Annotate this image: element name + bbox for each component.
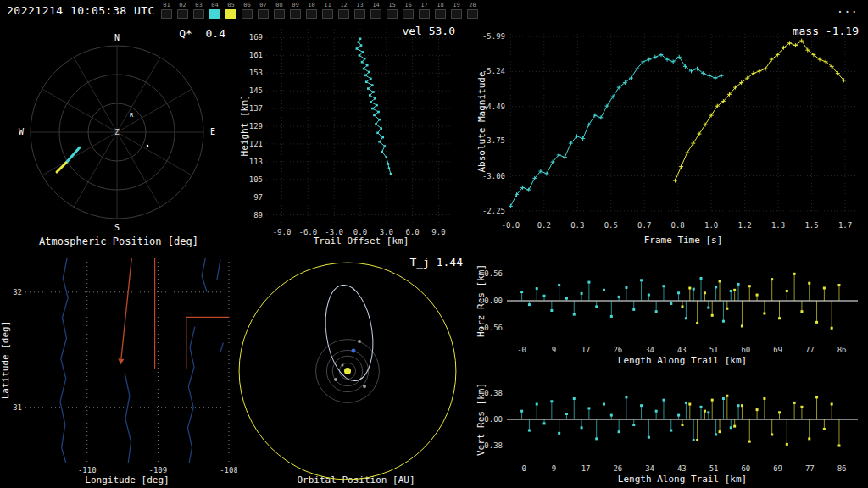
tab-box[interactable] bbox=[209, 9, 220, 19]
svg-text:105: 105 bbox=[249, 175, 263, 184]
tab-box[interactable] bbox=[338, 9, 349, 19]
tab-number: 12 bbox=[338, 2, 349, 8]
svg-text:43: 43 bbox=[677, 346, 687, 354]
svg-text:-3.0: -3.0 bbox=[325, 228, 343, 236]
tab-box[interactable] bbox=[467, 9, 478, 19]
svg-text:0.5: 0.5 bbox=[604, 221, 618, 230]
svg-text:0.8: 0.8 bbox=[671, 221, 685, 230]
svg-text:-109: -109 bbox=[149, 466, 168, 474]
tab-07[interactable]: 07 bbox=[258, 2, 269, 19]
tab-box[interactable] bbox=[161, 9, 172, 19]
svg-text:6.0: 6.0 bbox=[406, 228, 420, 236]
tab-box[interactable] bbox=[193, 9, 204, 19]
svg-text:-0.56: -0.56 bbox=[480, 324, 503, 332]
tab-number: 03 bbox=[193, 2, 204, 8]
tab-09[interactable]: 09 bbox=[290, 2, 301, 19]
tab-box[interactable] bbox=[274, 9, 285, 19]
tisserand-readout: T_j 1.44 bbox=[409, 256, 463, 269]
svg-text:17: 17 bbox=[581, 346, 591, 354]
tab-05[interactable]: 05 bbox=[225, 2, 236, 19]
panel-ground-track-map: Latitude [deg] Longitude [deg] -110-109-… bbox=[0, 251, 237, 488]
tab-box[interactable] bbox=[322, 9, 333, 19]
app-window: 20221214 10:05:38 UTC 010203040506070809… bbox=[0, 0, 868, 488]
svg-text:113: 113 bbox=[249, 158, 263, 166]
svg-text:1.2: 1.2 bbox=[737, 221, 751, 230]
tab-box[interactable] bbox=[354, 9, 365, 19]
svg-text:0.2: 0.2 bbox=[537, 221, 551, 230]
tab-15[interactable]: 15 bbox=[387, 2, 398, 19]
tab-number: 18 bbox=[435, 2, 446, 8]
svg-text:-3.75: -3.75 bbox=[482, 136, 505, 145]
svg-text:W: W bbox=[19, 127, 25, 136]
svg-text:26: 26 bbox=[613, 346, 622, 354]
svg-text:9: 9 bbox=[552, 464, 556, 473]
light-curve-chart: Absolute Magnitude Frame Time [s] mass -… bbox=[475, 22, 868, 251]
tab-number: 20 bbox=[467, 2, 478, 8]
tab-04[interactable]: 04 bbox=[209, 2, 220, 19]
tab-number: 09 bbox=[290, 2, 301, 8]
tab-11[interactable]: 11 bbox=[322, 2, 333, 19]
tab-box[interactable] bbox=[370, 9, 381, 19]
svg-text:145: 145 bbox=[249, 86, 263, 95]
panel-light-curve: Absolute Magnitude Frame Time [s] mass -… bbox=[475, 22, 868, 251]
tab-16[interactable]: 16 bbox=[403, 2, 414, 19]
svg-text:153: 153 bbox=[249, 69, 263, 77]
svg-text:129: 129 bbox=[249, 122, 263, 130]
tab-number: 10 bbox=[306, 2, 317, 8]
svg-text:77: 77 bbox=[805, 346, 815, 354]
tab-10[interactable]: 10 bbox=[306, 2, 317, 19]
tab-number: 08 bbox=[274, 2, 285, 8]
svg-text:26: 26 bbox=[613, 464, 622, 473]
panel-atmospheric-position: NESWZR Q* 0.4 Atmospheric Position [deg] bbox=[0, 22, 237, 251]
vert-res-x-axis-label: Length Along Trail [km] bbox=[618, 474, 747, 485]
tab-20[interactable]: 20 bbox=[467, 2, 478, 19]
panel-horizontal-residuals: Horz Res [km] Length Along Trail [km] -0… bbox=[475, 251, 868, 369]
tab-17[interactable]: 17 bbox=[419, 2, 430, 19]
tab-03[interactable]: 03 bbox=[193, 2, 204, 19]
svg-text:-5.24: -5.24 bbox=[482, 67, 505, 75]
tab-box[interactable] bbox=[290, 9, 301, 19]
overflow-menu-icon[interactable]: ... bbox=[837, 2, 858, 15]
tab-13[interactable]: 13 bbox=[354, 2, 365, 19]
svg-text:0.56: 0.56 bbox=[484, 269, 503, 278]
horizontal-residuals-chart: Horz Res [km] Length Along Trail [km] -0… bbox=[475, 251, 868, 369]
tab-box[interactable] bbox=[435, 9, 446, 19]
panel-vertical-residuals: Vert Res [km] Length Along Trail [km] -0… bbox=[475, 369, 868, 488]
svg-text:60: 60 bbox=[741, 464, 750, 473]
atmospheric-polar-chart: NESWZR bbox=[0, 22, 237, 251]
tab-box[interactable] bbox=[225, 9, 236, 19]
tab-06[interactable]: 06 bbox=[242, 2, 253, 19]
svg-text:137: 137 bbox=[249, 104, 263, 113]
tab-02[interactable]: 02 bbox=[177, 2, 188, 19]
tab-12[interactable]: 12 bbox=[338, 2, 349, 19]
tab-14[interactable]: 14 bbox=[370, 2, 381, 19]
tab-box[interactable] bbox=[242, 9, 253, 19]
svg-text:-0.38: -0.38 bbox=[480, 441, 503, 450]
svg-text:1.3: 1.3 bbox=[771, 221, 785, 230]
tab-19[interactable]: 19 bbox=[451, 2, 462, 19]
svg-text:-110: -110 bbox=[78, 466, 97, 474]
svg-text:-2.25: -2.25 bbox=[482, 207, 505, 215]
svg-text:1.5: 1.5 bbox=[804, 221, 818, 230]
tab-08[interactable]: 08 bbox=[274, 2, 285, 19]
svg-text:-108: -108 bbox=[220, 466, 237, 474]
svg-text:N: N bbox=[114, 33, 120, 42]
svg-text:-0.0: -0.0 bbox=[502, 221, 520, 230]
svg-text:-3.00: -3.00 bbox=[482, 172, 505, 180]
height-x-axis-label: Trail Offset [km] bbox=[314, 236, 409, 247]
tab-strip: 0102030405060708091011121314151617181920 bbox=[161, 2, 478, 19]
tab-box[interactable] bbox=[258, 9, 269, 19]
tab-box[interactable] bbox=[387, 9, 398, 19]
svg-text:0.00: 0.00 bbox=[484, 415, 503, 424]
tab-box[interactable] bbox=[177, 9, 188, 19]
svg-text:S: S bbox=[114, 223, 120, 232]
tab-01[interactable]: 01 bbox=[161, 2, 172, 19]
svg-text:43: 43 bbox=[677, 464, 687, 473]
tab-box[interactable] bbox=[403, 9, 414, 19]
tab-box[interactable] bbox=[419, 9, 430, 19]
tab-box[interactable] bbox=[451, 9, 462, 19]
top-bar: 20221214 10:05:38 UTC 010203040506070809… bbox=[0, 0, 868, 22]
svg-text:86: 86 bbox=[837, 346, 847, 354]
tab-18[interactable]: 18 bbox=[435, 2, 446, 19]
tab-box[interactable] bbox=[306, 9, 317, 19]
